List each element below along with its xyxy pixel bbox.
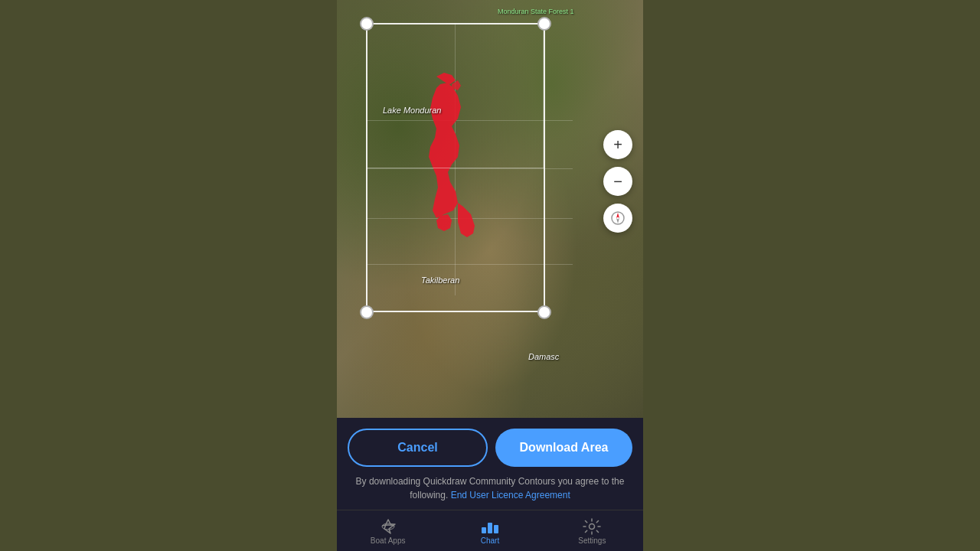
map-area: Monduran State Forest 1 Lake Monduran Ta… — [337, 0, 643, 418]
svg-point-7 — [590, 524, 595, 530]
svg-marker-1 — [616, 213, 619, 218]
tab-bar: Boat Apps Chart Settings — [337, 510, 643, 551]
left-panel — [0, 0, 337, 551]
chart-label: Chart — [481, 536, 499, 545]
takilberan-label: Takilberan — [421, 276, 459, 285]
chart-icon — [480, 518, 500, 535]
bottom-panel: Cancel Download Area By downloading Quic… — [337, 418, 643, 551]
forest-label: Monduran State Forest 1 — [498, 8, 574, 15]
tab-chart[interactable]: Chart — [439, 515, 541, 548]
zoom-controls: + − — [603, 130, 632, 233]
eula-link[interactable]: End User Licence Agreement — [451, 490, 570, 500]
zoom-out-button[interactable]: − — [603, 167, 632, 196]
svg-rect-5 — [488, 523, 492, 533]
phone-container: Monduran State Forest 1 Lake Monduran Ta… — [337, 0, 643, 551]
download-area-button[interactable]: Download Area — [495, 429, 632, 467]
agreement-container: By downloading Quickdraw Community Conto… — [337, 474, 643, 510]
action-buttons-container: Cancel Download Area — [337, 418, 643, 474]
boat-apps-icon — [378, 518, 398, 535]
svg-rect-4 — [482, 527, 486, 533]
svg-rect-6 — [494, 525, 498, 533]
svg-marker-2 — [616, 218, 619, 223]
cancel-button[interactable]: Cancel — [348, 429, 488, 467]
right-panel — [643, 0, 980, 551]
handle-bottom-right[interactable] — [537, 305, 551, 319]
compass-icon — [610, 210, 626, 226]
settings-label: Settings — [578, 536, 606, 545]
lake-shape — [390, 61, 513, 306]
boat-apps-label: Boat Apps — [371, 536, 406, 545]
damasc-label: Damasc — [528, 352, 559, 361]
settings-icon — [583, 518, 601, 535]
handle-top-left[interactable] — [360, 17, 374, 31]
handle-bottom-left[interactable] — [360, 305, 374, 319]
lake-label: Lake Monduran — [383, 106, 441, 115]
zoom-in-button[interactable]: + — [603, 130, 632, 159]
handle-top-right[interactable] — [537, 17, 551, 31]
tab-settings[interactable]: Settings — [541, 515, 643, 548]
compass-button[interactable] — [603, 204, 632, 233]
tab-boat-apps[interactable]: Boat Apps — [337, 515, 439, 548]
